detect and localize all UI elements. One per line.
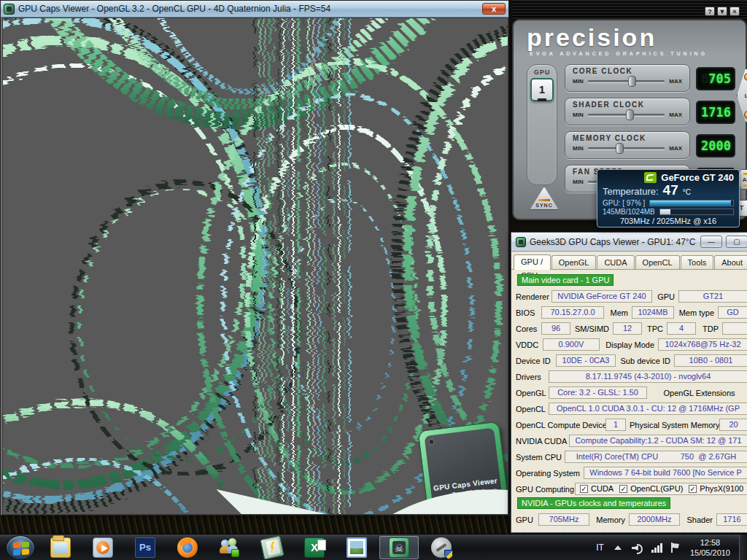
row-gpu-computing: GPU Computing CUDA OpenCL(GPU) PhysX(910… [516,482,747,496]
gpu-status-tooltip: GeForce GT 240 Temperature: 47 °C GPU: [… [597,169,740,228]
row-cuda: NVIDIA CUDA Compute Capability:1.2 - CUD… [516,434,747,448]
help-button[interactable]: ? [705,7,715,16]
messenger-icon [220,537,240,558]
clock[interactable]: 12:58 15/05/2010 [690,537,730,558]
taskbar-gpu-caps-viewer[interactable] [379,536,419,559]
clock-summary: 703MHz / 2025MHz @ x16 [603,217,734,225]
row-vddc: VDDC 0.900V Display Mode 747x560@75 Hz-… [516,338,747,351]
gpu-1-button[interactable]: 1 [530,78,554,101]
uac-shield-icon [444,550,453,559]
gpu-caps-viewer-icon [389,537,409,558]
core-clock-label: CORE CLOCK [573,67,682,75]
tab-cuda[interactable]: CUDA [597,255,634,269]
clock-time: 12:58 [690,537,730,548]
opengl-extensions-link[interactable]: OpenGL Extensions [651,389,747,397]
auto-label: AUTO [743,176,747,183]
sync-button[interactable]: SYNC [530,187,559,210]
demo-titlebar[interactable]: GPU Caps Viewer - OpenGL 3.2 - OpenCL GP… [1,1,508,18]
taskbar-photoshop[interactable]: Ps [125,536,165,559]
row-opengl: OpenGL Core: 3.2 - GLSL: 1.50 OpenGL Ext… [516,386,747,400]
gpu-caps-viewer-window: Geeks3D GPU Caps Viewer - GPU1: 47°C — ▢… [511,232,747,533]
core-clock-group: CORE CLOCK MIN MAX [565,64,690,92]
minimize-button[interactable]: — [700,236,722,248]
tab-tools[interactable]: Tools [681,255,714,269]
cores-label: Cores [516,324,538,333]
taskbar-photo-viewer[interactable] [337,536,376,559]
notes-icon [260,535,284,559]
tab-opengl[interactable]: OpenGL [551,255,597,269]
min-label: MIN [573,112,584,118]
tab-gpu-cpu[interactable]: GPU / CPU [514,254,551,270]
tab-opencl[interactable]: OpenCL [635,255,680,269]
max-label: MAX [669,112,682,118]
vddc-label: VDDC [516,341,539,349]
render-viewport: GPU Caps Viewer oZone3D.Net [2,18,508,515]
start-button[interactable] [6,535,35,560]
taskbar-messenger[interactable] [210,536,249,559]
memory-clock-led: 2000 [696,134,735,158]
network-signal-icon[interactable] [651,543,662,553]
temperature-unit: °C [683,188,691,196]
clock-gpu-label: GPU [516,516,535,524]
gpu-name: GeForce GT 240 [661,172,734,183]
gpu-caps-logo-chip: GPU Caps Viewer oZone3D.Net [418,421,508,513]
taskbar-excel[interactable]: X [295,536,334,559]
cuda-value: Compute Capability:1.2 - CUDA SM: 12 @ 1… [569,435,747,447]
row-bios: BIOS 70.15.27.0.0 Mem 1024MB Mem type GD [516,306,747,319]
cuda-checkbox[interactable]: CUDA [580,483,614,494]
bios-label: BIOS [516,308,538,317]
row-opencl-devices: OpenCL Compute Devices 1 Physical System… [516,418,747,432]
mem-label: Mem [608,308,628,317]
action-center-flag-icon[interactable] [671,542,680,553]
taskbar-driver-settings[interactable] [422,536,461,559]
show-desktop-button[interactable] [739,534,747,560]
taskbar-explorer[interactable] [41,536,80,559]
memory-clock-slider[interactable] [588,147,665,149]
clock-memory-value: 2000MHz [629,513,680,526]
clock-shader-label: Shader [684,516,713,524]
smsimd-label: SM/SIMD [574,324,609,333]
tdp-value [722,322,747,335]
caps-titlebar[interactable]: Geeks3D GPU Caps Viewer - GPU1: 47°C — ▢ [511,233,747,252]
app-icon [516,237,526,247]
close-button[interactable]: x [482,3,506,15]
core-clock-slider[interactable] [588,80,665,82]
physx-checkbox[interactable]: PhysX(9100 [689,483,743,494]
tab-about[interactable]: About [714,255,747,269]
gpu-load-label: GPU: [ 97% ] [603,199,645,207]
settings-wrench-icon [431,537,452,558]
smsimd-value: 12 [613,322,642,335]
os-label: Operating System [516,469,580,478]
row-os: Operating System Windows 7 64-bit build … [516,466,747,480]
device-id-label: Device ID [516,357,552,365]
sub-device-id-label: Sub device ID [619,357,670,365]
opencl-checkbox[interactable]: OpenCL(GPU) [619,483,683,494]
slider-thumb[interactable] [616,143,624,154]
slider-thumb[interactable] [628,76,636,87]
min-label: MIN [573,179,584,185]
taskbar-media-player[interactable] [83,536,123,559]
taskbar-firefox[interactable] [168,536,207,559]
maximize-button[interactable]: ▢ [726,236,747,248]
language-indicator[interactable]: IT [596,542,604,553]
os-value: Windows 7 64-bit build 7600 [No Service … [584,467,747,479]
hidden-icons-chevron-icon[interactable] [614,545,622,550]
taskbar-notes[interactable] [252,536,292,559]
close-button[interactable]: × [729,7,740,16]
drivers-value: 8.17.11.9745 (4-3-2010) - nvoglv64 [549,370,747,383]
slider-thumb[interactable] [626,109,634,120]
menu-button[interactable]: ▼ [717,7,727,16]
caps-window-title: Geeks3D GPU Caps Viewer - GPU1: 47°C [530,237,697,247]
shader-clock-slider[interactable] [588,114,665,116]
gpu-value: GT21 [678,290,747,303]
photo-viewer-icon [347,537,367,558]
tdp-label: TDP [700,324,719,333]
volume-icon[interactable] [632,542,643,553]
gpu-selector-label: GPU [527,69,557,76]
opengl-value: Core: 3.2 - GLSL: 1.50 [549,386,647,399]
windows-logo-icon [13,542,29,556]
tpc-value: 4 [667,322,696,335]
memtype-value: GD [718,306,747,319]
link-led-icon [744,111,747,119]
drivers-label: Drivers [516,373,545,381]
